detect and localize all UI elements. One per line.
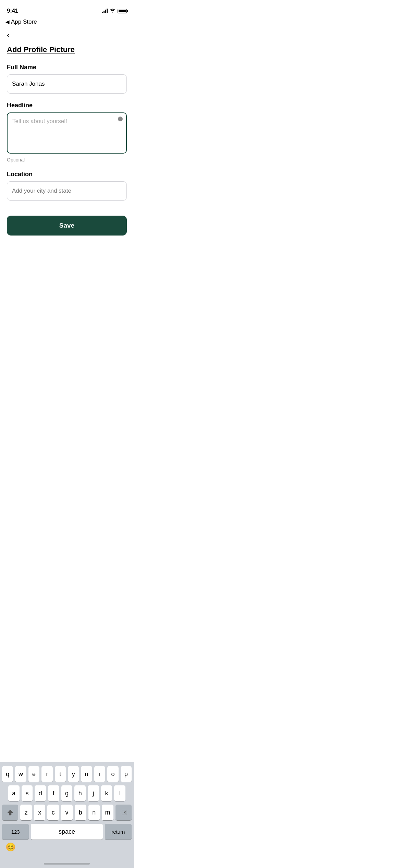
full-name-input[interactable]: [7, 74, 127, 94]
nav-bar: ◀ App Store: [0, 17, 134, 27]
back-chevron-icon: ◀: [5, 19, 10, 25]
wifi-icon: [110, 8, 116, 14]
optional-label: Optional: [7, 157, 127, 162]
headline-label: Headline: [7, 102, 127, 109]
status-bar: 9:41: [0, 0, 134, 17]
drag-handle-icon: [118, 117, 123, 121]
battery-icon: [118, 9, 127, 13]
location-input[interactable]: [7, 181, 127, 201]
headline-wrapper: [7, 112, 127, 155]
save-button[interactable]: Save: [7, 216, 127, 236]
location-label: Location: [7, 171, 127, 178]
status-time: 9:41: [7, 8, 18, 14]
back-row[interactable]: ‹: [7, 27, 127, 45]
main-content: ‹ Add Profile Picture Full Name Headline…: [0, 27, 134, 236]
headline-input[interactable]: [7, 112, 127, 154]
full-name-label: Full Name: [7, 64, 127, 71]
section-title[interactable]: Add Profile Picture: [7, 45, 127, 54]
app-store-back[interactable]: ◀ App Store: [5, 19, 37, 25]
status-icons: [102, 8, 127, 14]
signal-icon: [102, 9, 108, 13]
back-label: App Store: [11, 19, 37, 25]
back-arrow-icon[interactable]: ‹: [7, 31, 9, 40]
